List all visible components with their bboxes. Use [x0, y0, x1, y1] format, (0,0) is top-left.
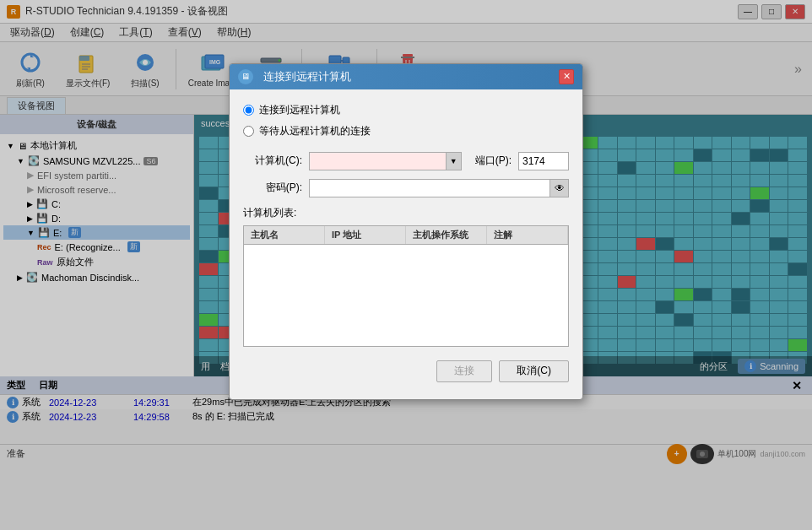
radio-group: 连接到远程计算机 等待从远程计算机的连接 [243, 103, 569, 138]
modal-overlay: 🖥 连接到远程计算机 ✕ 连接到远程计算机 等待从远程计算机的连接 计算机(C) [0, 0, 812, 530]
radio-wait-label: 等待从远程计算机的连接 [259, 124, 371, 138]
radio-connect-input[interactable] [243, 105, 254, 116]
modal-title-left: 🖥 连接到远程计算机 [238, 69, 351, 84]
col-hostname: 主机名 [244, 226, 325, 244]
col-os: 主机操作系统 [406, 226, 487, 244]
radio-connect-to-remote[interactable]: 连接到远程计算机 [243, 103, 569, 117]
radio-connect-label: 连接到远程计算机 [259, 103, 340, 117]
computers-list-title: 计算机列表: [243, 206, 569, 220]
password-input-row: 👁 [309, 179, 569, 197]
computers-table-body [244, 245, 568, 346]
modal-title-icon: 🖥 [238, 69, 253, 84]
modal-titlebar: 🖥 连接到远程计算机 ✕ [230, 64, 582, 89]
computer-field-label: 计算机(C): [243, 154, 302, 168]
cancel-button[interactable]: 取消(C) [499, 360, 569, 382]
connect-remote-modal: 🖥 连接到远程计算机 ✕ 连接到远程计算机 等待从远程计算机的连接 计算机(C) [229, 63, 583, 400]
connect-button[interactable]: 连接 [436, 360, 492, 382]
computer-dropdown-arrow[interactable]: ▼ [447, 152, 462, 170]
modal-close-button[interactable]: ✕ [559, 69, 574, 84]
computer-input[interactable] [309, 152, 447, 170]
radio-wait-for-remote[interactable]: 等待从远程计算机的连接 [243, 124, 569, 138]
modal-footer: 连接 取消(C) [243, 360, 569, 386]
modal-content: 连接到远程计算机 等待从远程计算机的连接 计算机(C): ▼ 端口(P): [230, 89, 582, 399]
computers-table-header: 主机名 IP 地址 主机操作系统 注解 [244, 226, 568, 245]
password-field: 密码(P): 👁 [243, 179, 569, 197]
password-input[interactable] [309, 179, 550, 197]
radio-wait-input[interactable] [243, 126, 254, 137]
modal-title-text: 连接到远程计算机 [263, 69, 351, 84]
port-field-label: 端口(P): [475, 154, 512, 168]
col-ip: IP 地址 [325, 226, 406, 244]
password-field-label: 密码(P): [243, 181, 302, 195]
computers-table: 主机名 IP 地址 主机操作系统 注解 [243, 225, 569, 347]
computer-input-row: ▼ [309, 152, 462, 170]
computer-field: 计算机(C): ▼ 端口(P): [243, 152, 569, 170]
show-password-button[interactable]: 👁 [550, 179, 569, 197]
port-input[interactable] [518, 152, 569, 170]
col-notes: 注解 [487, 226, 568, 244]
computers-list-section: 计算机列表: 主机名 IP 地址 主机操作系统 注解 [243, 206, 569, 347]
